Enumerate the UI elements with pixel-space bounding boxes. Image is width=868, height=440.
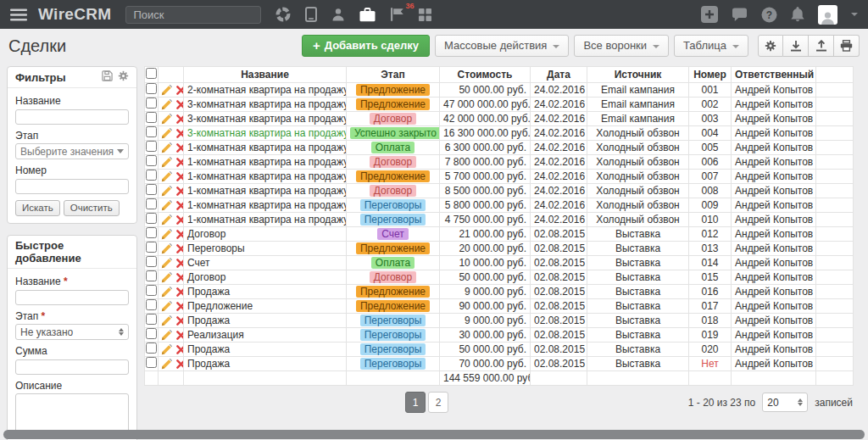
row-checkbox[interactable]	[146, 285, 157, 296]
deal-name[interactable]: 1-комнатная квартира на продажу	[187, 214, 347, 226]
edit-pencil-icon[interactable]	[161, 99, 172, 110]
flag-icon[interactable]: 36	[390, 8, 404, 21]
row-checkbox[interactable]	[146, 299, 157, 310]
delete-x-icon[interactable]	[176, 287, 183, 297]
phone-icon[interactable]	[305, 7, 317, 22]
column-header-number[interactable]: Номер	[689, 67, 732, 83]
edit-pencil-icon[interactable]	[161, 359, 172, 370]
deal-name[interactable]: Продажа	[187, 315, 230, 326]
filter-stage-select[interactable]: Выберите значения	[15, 143, 129, 159]
deal-name[interactable]: 2-комнатная квартира на продажу	[187, 84, 347, 96]
delete-x-icon[interactable]	[176, 215, 183, 225]
deal-name[interactable]: 1-комнатная квартира на продажу	[187, 142, 347, 153]
edit-pencil-icon[interactable]	[161, 258, 172, 269]
edit-pencil-icon[interactable]	[161, 301, 172, 312]
delete-x-icon[interactable]	[176, 331, 183, 340]
edit-pencil-icon[interactable]	[161, 142, 172, 153]
qa-name-input[interactable]	[15, 290, 129, 305]
edit-pencil-icon[interactable]	[161, 344, 172, 355]
row-checkbox[interactable]	[146, 242, 157, 253]
filter-clear-button[interactable]: Очистить	[64, 200, 120, 216]
edit-pencil-icon[interactable]	[161, 128, 172, 139]
delete-x-icon[interactable]	[176, 172, 183, 181]
horizontal-scrollbar-thumb[interactable]	[3, 430, 865, 439]
deal-name[interactable]: 1-комнатная квартира на продажу	[187, 199, 347, 211]
deal-name[interactable]: Договор	[187, 228, 225, 240]
deal-name[interactable]: Продажа	[187, 343, 230, 355]
delete-x-icon[interactable]	[176, 302, 183, 311]
delete-x-icon[interactable]	[176, 201, 183, 210]
row-checkbox[interactable]	[146, 126, 157, 137]
delete-x-icon[interactable]	[176, 230, 183, 239]
select-all-checkbox[interactable]	[146, 68, 157, 79]
qa-sum-input[interactable]	[15, 359, 129, 375]
edit-pencil-icon[interactable]	[161, 272, 172, 283]
deal-name[interactable]: 1-комнатная квартира на продажу	[187, 185, 347, 197]
row-checkbox[interactable]	[146, 184, 157, 195]
deal-name[interactable]: 3-комнатная квартира на продажу	[187, 113, 347, 125]
edit-pencil-icon[interactable]	[161, 315, 172, 326]
row-checkbox[interactable]	[146, 270, 157, 281]
deal-name[interactable]: Предложение	[187, 300, 253, 312]
apps-grid-icon[interactable]	[419, 8, 431, 21]
row-checkbox[interactable]	[146, 198, 157, 209]
delete-x-icon[interactable]	[176, 244, 183, 253]
deal-name[interactable]: Переговоры	[187, 242, 245, 254]
deal-name[interactable]: 3-комнатная квартира на продажу	[187, 127, 347, 139]
delete-x-icon[interactable]	[176, 316, 183, 326]
page-button-2[interactable]: 2	[428, 392, 448, 413]
row-checkbox[interactable]	[146, 357, 157, 368]
row-checkbox[interactable]	[146, 141, 157, 152]
edit-pencil-icon[interactable]	[161, 200, 172, 211]
row-checkbox[interactable]	[146, 314, 157, 325]
delete-x-icon[interactable]	[176, 114, 183, 124]
delete-x-icon[interactable]	[176, 259, 183, 268]
edit-pencil-icon[interactable]	[161, 229, 172, 240]
edit-pencil-icon[interactable]	[161, 114, 172, 125]
deal-name[interactable]: Продажа	[187, 286, 230, 298]
delete-x-icon[interactable]	[176, 359, 183, 369]
row-checkbox[interactable]	[146, 213, 157, 224]
column-header-source[interactable]: Источник	[587, 67, 689, 83]
column-header-name[interactable]: Название	[184, 67, 347, 83]
notifications-bell-icon[interactable]	[791, 7, 804, 22]
deal-name[interactable]: Счет	[187, 257, 210, 269]
edit-pencil-icon[interactable]	[161, 330, 172, 341]
delete-x-icon[interactable]	[176, 345, 183, 354]
delete-x-icon[interactable]	[176, 100, 183, 109]
column-header-cost[interactable]: Стоимость	[440, 67, 531, 83]
edit-pencil-icon[interactable]	[161, 287, 172, 298]
user-avatar[interactable]	[818, 5, 837, 25]
chat-icon[interactable]	[732, 8, 748, 22]
column-header-stage[interactable]: Этап	[347, 67, 440, 83]
upload-button[interactable]	[809, 35, 834, 57]
delete-x-icon[interactable]	[176, 273, 183, 282]
page-size-select[interactable]: 20	[762, 393, 808, 412]
row-checkbox[interactable]	[146, 155, 157, 166]
row-checkbox[interactable]	[146, 256, 157, 267]
delete-x-icon[interactable]	[176, 187, 183, 196]
brand-logo[interactable]: WireCRM	[38, 5, 111, 24]
dashboard-icon[interactable]	[275, 7, 291, 22]
edit-pencil-icon[interactable]	[161, 85, 172, 96]
edit-pencil-icon[interactable]	[161, 243, 172, 254]
bulk-actions-dropdown[interactable]: Массовые действия	[435, 35, 569, 57]
deal-name[interactable]: Договор	[187, 271, 225, 283]
edit-pencil-icon[interactable]	[161, 186, 172, 197]
menu-icon[interactable]	[10, 8, 27, 21]
settings-gear-button[interactable]	[758, 35, 783, 57]
view-dropdown[interactable]: Таблица	[674, 35, 748, 57]
filter-number-input[interactable]	[15, 179, 129, 194]
funnel-dropdown[interactable]: Все воронки	[574, 35, 669, 57]
column-header-date[interactable]: Дата	[531, 67, 587, 83]
row-checkbox[interactable]	[146, 343, 157, 354]
filter-name-input[interactable]	[15, 109, 129, 125]
add-icon[interactable]	[701, 6, 718, 23]
deal-name[interactable]: 3-комнатная квартира на продажу	[187, 98, 347, 110]
save-filter-icon[interactable]	[102, 70, 113, 84]
page-button-1[interactable]: 1	[405, 392, 426, 413]
row-checkbox[interactable]	[146, 170, 157, 181]
qa-stage-select[interactable]: Не указано	[15, 324, 129, 340]
row-checkbox[interactable]	[146, 83, 157, 94]
row-checkbox[interactable]	[146, 112, 157, 123]
